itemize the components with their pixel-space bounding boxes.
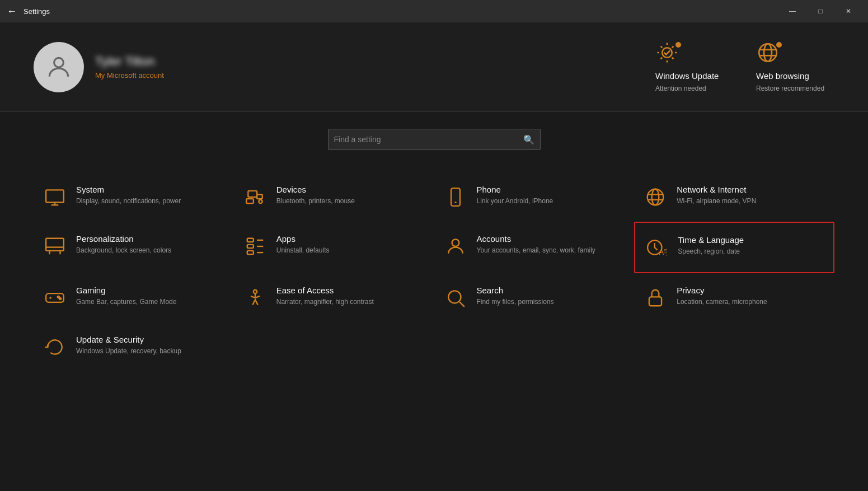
svg-rect-21	[247, 245, 254, 248]
devices-desc: Bluetooth, printers, mouse	[276, 197, 355, 206]
personalization-icon	[43, 234, 67, 259]
maximize-button[interactable]: □	[808, 0, 833, 22]
svg-line-36	[459, 302, 465, 307]
user-info: Tyler Tilton My Microsoft account	[95, 54, 164, 80]
window-controls: — □ ✕	[780, 0, 861, 22]
accounts-icon	[443, 234, 468, 259]
svg-point-33	[59, 298, 61, 300]
close-button[interactable]: ✕	[836, 0, 861, 22]
search-button[interactable]: 🔍	[523, 134, 534, 145]
apps-icon	[243, 234, 268, 259]
apps-title: Apps	[276, 234, 330, 244]
windows-update-dot	[674, 41, 682, 49]
accounts-title: Accounts	[477, 234, 595, 244]
system-text: SystemDisplay, sound, notifications, pow…	[76, 185, 181, 206]
time-language-text: Time & LanguageSpeech, region, date	[678, 235, 744, 256]
update-security-desc: Windows Update, recovery, backup	[76, 347, 181, 356]
search-icon	[443, 286, 468, 310]
search-input[interactable]	[334, 135, 523, 144]
system-title: System	[76, 185, 181, 194]
user-section: Tyler Tilton My Microsoft account	[34, 42, 164, 92]
settings-item-apps[interactable]: AppsUninstall, defaults	[234, 222, 434, 273]
user-name: Tyler Tilton	[95, 54, 164, 69]
windows-update-notification[interactable]: Windows Update Attention needed	[655, 41, 734, 93]
svg-rect-9	[248, 191, 257, 197]
settings-item-accounts[interactable]: AccountsYour accounts, email, sync, work…	[434, 222, 635, 273]
settings-item-network[interactable]: Network & InternetWi-Fi, airplane mode, …	[634, 172, 834, 222]
network-title: Network & Internet	[677, 185, 756, 194]
gaming-title: Gaming	[76, 286, 176, 295]
privacy-icon	[643, 286, 668, 310]
search-title: Search	[477, 286, 554, 295]
microsoft-account-link[interactable]: My Microsoft account	[95, 71, 164, 80]
time-language-desc: Speech, region, date	[678, 247, 744, 256]
settings-content: SystemDisplay, sound, notifications, pow…	[0, 167, 868, 491]
network-text: Network & InternetWi-Fi, airplane mode, …	[677, 185, 756, 206]
settings-item-devices[interactable]: DevicesBluetooth, printers, mouse	[234, 172, 434, 222]
settings-item-time-language[interactable]: A字Time & LanguageSpeech, region, date	[634, 222, 834, 273]
privacy-desc: Location, camera, microphone	[677, 297, 767, 307]
web-browsing-icon-wrapper	[756, 41, 783, 68]
svg-rect-6	[46, 190, 64, 202]
app-title: Settings	[24, 7, 50, 16]
windows-update-icon-wrapper	[655, 41, 682, 68]
web-browsing-subtitle: Restore recommended	[756, 84, 824, 93]
search-box: 🔍	[328, 129, 541, 150]
phone-text: PhoneLink your Android, iPhone	[477, 185, 553, 206]
network-icon	[643, 185, 668, 209]
header-notifications: Windows Update Attention needed Web brow…	[655, 41, 834, 93]
update-security-title: Update & Security	[76, 335, 181, 344]
phone-icon	[443, 185, 468, 209]
svg-point-15	[648, 189, 664, 205]
personalization-text: PersonalizationBackground, lock screen, …	[76, 234, 171, 255]
gaming-icon	[43, 286, 67, 310]
svg-point-0	[54, 58, 64, 67]
privacy-text: PrivacyLocation, camera, microphone	[677, 286, 767, 307]
settings-item-ease-of-access[interactable]: Ease of AccessNarrator, magnifier, high …	[234, 273, 434, 322]
svg-point-2	[759, 44, 777, 62]
ease-of-access-icon	[243, 286, 268, 310]
personalization-desc: Background, lock screen, colors	[76, 246, 171, 255]
web-browsing-title: Web browsing	[756, 71, 809, 81]
settings-item-gaming[interactable]: GamingGame Bar, captures, Game Mode	[34, 273, 234, 322]
svg-rect-37	[649, 297, 661, 306]
settings-item-search[interactable]: SearchFind my files, permissions	[434, 273, 635, 322]
phone-desc: Link your Android, iPhone	[477, 197, 553, 206]
svg-point-16	[652, 189, 659, 205]
titlebar-left: ← Settings	[7, 6, 50, 17]
svg-point-26	[452, 239, 459, 246]
apps-text: AppsUninstall, defaults	[276, 234, 330, 255]
svg-point-32	[58, 296, 59, 298]
settings-item-phone[interactable]: PhoneLink your Android, iPhone	[434, 172, 635, 222]
web-browsing-dot	[775, 41, 783, 49]
settings-item-update-security[interactable]: Update & SecurityWindows Update, recover…	[34, 322, 234, 372]
web-browsing-notification[interactable]: Web browsing Restore recommended	[756, 41, 834, 93]
svg-rect-11	[246, 199, 254, 203]
accounts-desc: Your accounts, email, sync, work, family	[477, 246, 595, 255]
back-button[interactable]: ←	[7, 6, 17, 17]
search-section: 🔍	[0, 112, 868, 167]
settings-item-personalization[interactable]: PersonalizationBackground, lock screen, …	[34, 222, 234, 273]
accounts-text: AccountsYour accounts, email, sync, work…	[477, 234, 595, 255]
svg-point-3	[764, 44, 772, 62]
privacy-title: Privacy	[677, 286, 767, 295]
settings-item-system[interactable]: SystemDisplay, sound, notifications, pow…	[34, 172, 234, 222]
ease-of-access-title: Ease of Access	[276, 286, 374, 295]
time-language-title: Time & Language	[678, 235, 744, 245]
devices-text: DevicesBluetooth, printers, mouse	[276, 185, 355, 206]
windows-update-title: Windows Update	[655, 71, 719, 81]
gaming-desc: Game Bar, captures, Game Mode	[76, 297, 176, 307]
system-desc: Display, sound, notifications, power	[76, 197, 181, 206]
header: Tyler Tilton My Microsoft account Window…	[0, 22, 868, 112]
titlebar: ← Settings — □ ✕	[0, 0, 868, 22]
update-security-text: Update & SecurityWindows Update, recover…	[76, 335, 181, 356]
svg-rect-13	[451, 188, 460, 206]
svg-rect-10	[257, 194, 262, 199]
phone-title: Phone	[477, 185, 553, 194]
svg-rect-19	[46, 239, 64, 251]
settings-item-privacy[interactable]: PrivacyLocation, camera, microphone	[634, 273, 834, 322]
minimize-button[interactable]: —	[780, 0, 805, 22]
settings-grid: SystemDisplay, sound, notifications, pow…	[34, 172, 834, 372]
svg-rect-20	[247, 239, 254, 242]
gaming-text: GamingGame Bar, captures, Game Mode	[76, 286, 176, 307]
